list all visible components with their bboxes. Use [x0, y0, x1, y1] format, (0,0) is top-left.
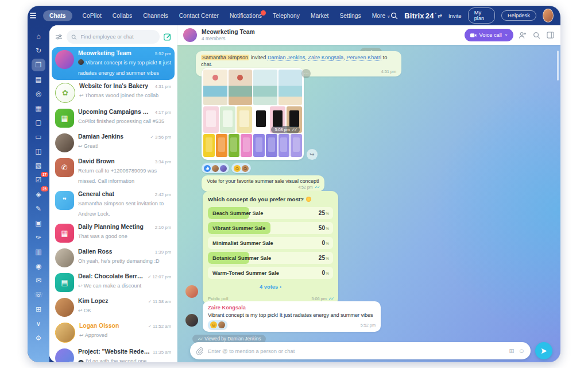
- poll-option[interactable]: Botanical Summer Sale 25%: [208, 252, 333, 264]
- concept-image[interactable]: [203, 134, 215, 157]
- concept-image[interactable]: [220, 106, 235, 133]
- chat-list-item[interactable]: Damian Jenkins ✓3:56 pm ↩Great!: [52, 131, 175, 155]
- filter-icon[interactable]: [54, 32, 63, 41]
- tab-copilot[interactable]: CoPilot: [82, 10, 102, 21]
- invite-button[interactable]: Invite: [448, 13, 462, 19]
- forward-icon[interactable]: ↪: [307, 149, 318, 160]
- message-sender[interactable]: Zaire Kongsala: [208, 305, 376, 310]
- concept-image[interactable]: [266, 134, 277, 157]
- attach-icon[interactable]: [196, 347, 203, 355]
- reaction-pill[interactable]: [202, 163, 229, 173]
- tab-market[interactable]: Market: [310, 10, 329, 21]
- mention-link[interactable]: Perveen Khatri: [346, 55, 381, 61]
- tab-notifications[interactable]: Notifications: [229, 10, 262, 21]
- chat-list-item[interactable]: ✿ Website for Ina's Bakery 4:31 pm ↩Thom…: [52, 80, 175, 106]
- chat-list-item[interactable]: Project: "Website Redesign" 11:35 am ✦I'…: [52, 346, 175, 362]
- concept-image[interactable]: [229, 134, 240, 157]
- poll-option[interactable]: Minimalist Summer Sale 0%: [208, 237, 333, 249]
- poll-option[interactable]: Vibrant Summer Sale 50%: [208, 222, 333, 234]
- sender-avatar-zaire[interactable]: [185, 314, 198, 327]
- sidebar-devices-icon[interactable]: ▥: [32, 246, 45, 258]
- sidebar-messenger-icon[interactable]: ❐: [32, 59, 45, 71]
- emoji-icon[interactable]: ☺: [519, 347, 525, 354]
- chat-list-item[interactable]: ▦ Upcoming Campaigns Discussion 4:17 pm …: [52, 106, 175, 131]
- concept-image[interactable]: [216, 134, 227, 157]
- sidebar-notes-icon[interactable]: ✑: [32, 231, 45, 244]
- side-panel-icon[interactable]: [546, 30, 555, 40]
- sidebar-vault-icon[interactable]: ▣: [32, 217, 45, 229]
- sidebar-mail-icon[interactable]: ✉: [32, 274, 45, 287]
- chat-search[interactable]: [67, 30, 160, 44]
- sender-avatar-samantha[interactable]: [185, 285, 198, 298]
- actor-link[interactable]: Samantha Simpson: [201, 55, 249, 60]
- concept-image[interactable]: [241, 134, 252, 157]
- tab-settings[interactable]: Settings: [339, 10, 361, 21]
- sidebar-tasks-icon[interactable]: ☑17: [32, 174, 45, 186]
- tab-channels[interactable]: Channels: [142, 10, 169, 21]
- chat-search-input[interactable]: [80, 33, 155, 40]
- message-input-box[interactable]: ⊞ ☺: [190, 342, 531, 359]
- concept-image[interactable]: [291, 134, 302, 157]
- chat-list-item[interactable]: ❞ General chat 2:42 pm Samantha Simpson …: [52, 188, 175, 221]
- user-avatar[interactable]: [543, 9, 554, 22]
- sidebar-documents-icon[interactable]: ▢: [32, 116, 45, 129]
- concept-image[interactable]: [278, 70, 303, 105]
- sidebar-boards-icon[interactable]: ▧: [32, 159, 45, 172]
- sidebar-target-icon[interactable]: ◎: [32, 87, 45, 100]
- send-button[interactable]: [535, 342, 552, 359]
- sidebar-company-icon[interactable]: ◉: [32, 260, 45, 273]
- global-search-icon[interactable]: [390, 11, 398, 20]
- sidebar-feed-icon[interactable]: ▤: [32, 73, 45, 86]
- chat-list-item[interactable]: Logan Olsson ✓11:52 am ↩Approved: [52, 320, 175, 346]
- gif-sticker-icon[interactable]: ⊞: [509, 347, 514, 355]
- tab-contact-center[interactable]: Contact Center: [179, 10, 219, 21]
- hamburger-menu-icon[interactable]: [28, 13, 38, 18]
- tab-more[interactable]: More∨: [372, 10, 391, 21]
- poll-votes-link[interactable]: 4 votes ›: [208, 283, 333, 290]
- chat-avatar[interactable]: [183, 28, 197, 42]
- my-plan-button[interactable]: My plan: [468, 7, 495, 24]
- message-reaction[interactable]: ☺: [208, 320, 227, 329]
- concept-image[interactable]: [253, 134, 265, 157]
- sidebar-settings-icon[interactable]: ⚙: [32, 332, 45, 344]
- sidebar-calendar-icon[interactable]: ▦: [32, 102, 45, 114]
- tab-chats[interactable]: Chats: [43, 10, 72, 21]
- chat-list-item[interactable]: ▤ Deal: Chocolate Berry Cake ✓12:07 pm ↩…: [52, 270, 175, 295]
- chat-list-item[interactable]: ✆ David Brown 3:34 pm Return call to +12…: [52, 155, 175, 188]
- add-member-icon[interactable]: [518, 30, 527, 40]
- poll-option[interactable]: Warm-Toned Summer Sale 0%: [208, 267, 333, 279]
- poll-option[interactable]: Beach Summer Sale 25%: [208, 207, 333, 219]
- sidebar-store-icon[interactable]: ⊞: [32, 303, 45, 316]
- message-input[interactable]: [207, 347, 505, 355]
- chat-list-item[interactable]: ▦ Daily Planning Meeting 2:10 pm That wa…: [52, 221, 175, 246]
- mention-link[interactable]: Zaire Kongsala: [308, 55, 343, 61]
- helpdesk-button[interactable]: Helpdesk: [501, 10, 536, 21]
- concept-image[interactable]: [203, 70, 227, 105]
- sidebar-sign-icon[interactable]: ✎: [32, 202, 45, 215]
- concept-image[interactable]: [253, 106, 269, 133]
- concept-image[interactable]: [229, 70, 253, 105]
- chat-list-item[interactable]: Kim Lopez ✓11:58 am ↩OK: [52, 295, 175, 320]
- scrollbar[interactable]: [557, 51, 559, 80]
- tab-telephony[interactable]: Telephony: [272, 10, 300, 21]
- concept-image[interactable]: [237, 106, 252, 133]
- new-chat-button[interactable]: [163, 32, 172, 41]
- sidebar-copilot-icon[interactable]: ↻: [32, 44, 45, 57]
- mention-link[interactable]: Damian Jenkins: [268, 55, 305, 61]
- voice-call-button[interactable]: Voice call∨: [465, 29, 513, 41]
- tab-collabs[interactable]: Collabs: [112, 10, 133, 21]
- chat-list-item[interactable]: Meowrketing Team 5:52 pm Vibrant concept…: [52, 47, 175, 80]
- sidebar-more-icon[interactable]: ∨: [32, 317, 45, 330]
- collage-menu-icon[interactable]: ⋯: [301, 69, 311, 78]
- sidebar-video-icon[interactable]: ◫: [32, 145, 45, 158]
- concept-image[interactable]: [253, 70, 277, 105]
- concept-image[interactable]: [278, 134, 290, 157]
- chat-search-icon[interactable]: [532, 30, 541, 40]
- reaction-pill[interactable]: ☺☺: [231, 163, 251, 173]
- sidebar-crm-icon[interactable]: ◈25: [32, 188, 45, 201]
- chat-list-item[interactable]: Dalien Ross 1:39 pm Oh yeah, he's pretty…: [52, 246, 175, 270]
- sidebar-home-icon[interactable]: ⌂: [32, 30, 45, 43]
- sidebar-telephony-icon[interactable]: ☏: [32, 289, 45, 301]
- sidebar-drive-icon[interactable]: ▭: [32, 131, 45, 143]
- concept-image[interactable]: [203, 106, 219, 133]
